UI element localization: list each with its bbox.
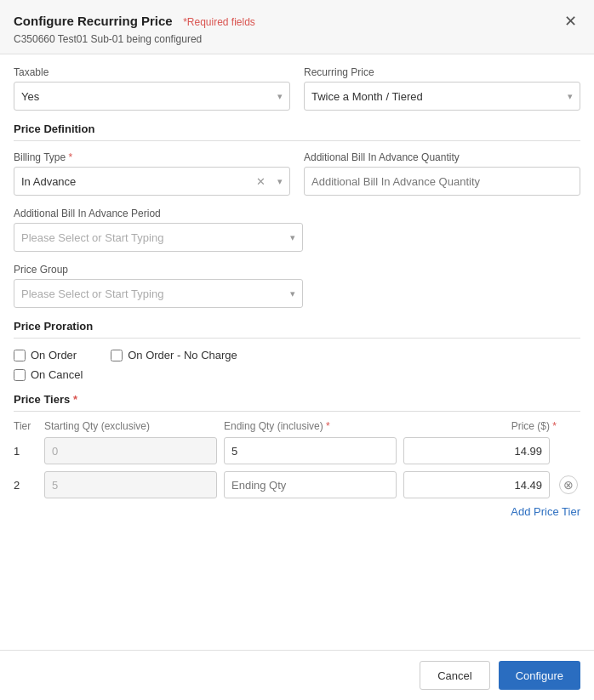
- tier-2-price-input[interactable]: [403, 471, 550, 498]
- close-button[interactable]: ✕: [561, 12, 580, 31]
- modal-body: Taxable Yes ▾ Recurring Price Twice a Mo…: [0, 54, 594, 650]
- billing-type-label: Billing Type *: [14, 151, 290, 163]
- price-tiers-header: Price Tiers *: [14, 393, 580, 412]
- price-group-field: Price Group Please Select or Start Typin…: [14, 264, 580, 308]
- taxable-select[interactable]: Yes ▾: [14, 82, 290, 111]
- taxable-recurring-row: Taxable Yes ▾ Recurring Price Twice a Mo…: [14, 66, 580, 111]
- price-group-chevron-icon: ▾: [290, 288, 295, 299]
- add-tier-row: Add Price Tier: [14, 505, 580, 518]
- price-proration-header: Price Proration: [14, 320, 580, 339]
- billing-type-required: *: [69, 151, 73, 163]
- taxable-field: Taxable Yes ▾: [14, 66, 290, 111]
- price-group-label: Price Group: [14, 264, 580, 276]
- price-group-select-wrapper[interactable]: Please Select or Start Typing ▾: [14, 279, 303, 308]
- additional-bill-period-label: Additional Bill In Advance Period: [14, 208, 580, 219]
- price-tiers-required: *: [73, 393, 77, 406]
- add-price-tier-button[interactable]: Add Price Tier: [511, 505, 580, 518]
- tier-2-end-wrapper: [224, 471, 397, 498]
- taxable-value: Yes: [21, 90, 39, 103]
- modal-header: Configure Recurring Price *Required fiel…: [0, 0, 594, 54]
- required-fields-label: *Required fields: [183, 16, 255, 28]
- taxable-select-wrapper[interactable]: Yes ▾: [14, 82, 290, 111]
- tier-1-end-wrapper: [224, 437, 397, 464]
- tiers-column-headers: Tier Starting Qty (exclusive) Ending Qty…: [14, 420, 580, 432]
- price-tiers-section: Price Tiers * Tier Starting Qty (exclusi…: [14, 393, 580, 518]
- tier-2-num: 2: [14, 479, 44, 492]
- taxable-label: Taxable: [14, 66, 290, 78]
- tier-2-start-wrapper: [44, 471, 217, 498]
- billing-type-clear-button[interactable]: ✕: [256, 175, 266, 188]
- additional-bill-period-placeholder: Please Select or Start Typing: [21, 231, 163, 244]
- additional-bill-period-select-wrapper[interactable]: Please Select or Start Typing ▾: [14, 223, 303, 252]
- proration-row-1: On Order On Order - No Charge: [14, 349, 580, 361]
- billing-type-select[interactable]: In Advance ✕ ▾: [14, 167, 290, 196]
- additional-bill-advance-qty-input[interactable]: [304, 167, 580, 196]
- on-order-no-charge-label: On Order - No Charge: [128, 349, 237, 361]
- configure-recurring-price-modal: Configure Recurring Price *Required fiel…: [0, 0, 594, 700]
- on-order-label: On Order: [31, 349, 77, 361]
- additional-bill-advance-qty-label: Additional Bill In Advance Quantity: [304, 151, 580, 163]
- tier-1-num: 1: [14, 445, 44, 458]
- configure-button[interactable]: Configure: [499, 661, 580, 690]
- modal-subtitle: C350660 Test01 Sub-01 being configured: [14, 33, 580, 45]
- tier-2-price-wrapper: [403, 471, 550, 498]
- billing-type-row: Billing Type * In Advance ✕ ▾ Additional…: [14, 151, 580, 196]
- tier-2-end-input[interactable]: [224, 471, 397, 498]
- on-order-checkbox[interactable]: [14, 350, 26, 361]
- price-definition-header: Price Definition: [14, 122, 580, 141]
- additional-bill-period-chevron-icon: ▾: [290, 232, 295, 243]
- tier-1-start-input: [44, 437, 217, 464]
- additional-bill-period-select[interactable]: Please Select or Start Typing ▾: [14, 223, 303, 252]
- on-cancel-checkbox[interactable]: [14, 369, 26, 381]
- recurring-price-select[interactable]: Twice a Month / Tiered ▾: [304, 82, 580, 111]
- table-row: 1: [14, 437, 580, 464]
- recurring-price-field: Recurring Price Twice a Month / Tiered ▾: [304, 66, 580, 111]
- proration-section: On Order On Order - No Charge On Cancel: [14, 349, 580, 381]
- col-header-start: Starting Qty (exclusive): [44, 420, 224, 432]
- table-row: 2 ⊗: [14, 471, 580, 498]
- on-order-no-charge-checkbox-item[interactable]: On Order - No Charge: [111, 349, 237, 361]
- tier-2-action: ⊗: [557, 475, 580, 494]
- proration-row-2: On Cancel: [14, 368, 580, 381]
- modal-title-row: Configure Recurring Price *Required fiel…: [14, 14, 255, 29]
- recurring-price-value: Twice a Month / Tiered: [311, 90, 423, 103]
- on-cancel-label: On Cancel: [31, 368, 83, 381]
- modal-title: Configure Recurring Price: [14, 14, 173, 28]
- on-order-checkbox-item[interactable]: On Order: [14, 349, 77, 361]
- billing-type-field: Billing Type * In Advance ✕ ▾: [14, 151, 290, 196]
- price-group-placeholder: Please Select or Start Typing: [21, 287, 163, 300]
- remove-tier-2-icon: ⊗: [563, 479, 574, 491]
- billing-type-chevron-icon: ▾: [277, 176, 283, 187]
- cancel-button[interactable]: Cancel: [420, 661, 489, 690]
- billing-type-value: In Advance: [21, 175, 76, 188]
- additional-bill-advance-qty-field: Additional Bill In Advance Quantity: [304, 151, 580, 196]
- tier-1-start-wrapper: [44, 437, 217, 464]
- tier-1-end-input[interactable]: [224, 437, 397, 464]
- on-cancel-checkbox-item[interactable]: On Cancel: [14, 368, 83, 381]
- recurring-price-select-wrapper[interactable]: Twice a Month / Tiered ▾: [304, 82, 580, 111]
- tier-1-price-wrapper: [403, 437, 550, 464]
- remove-tier-2-button[interactable]: ⊗: [559, 475, 578, 494]
- billing-type-select-wrapper[interactable]: In Advance ✕ ▾: [14, 167, 290, 196]
- recurring-price-label: Recurring Price: [304, 66, 580, 78]
- col-header-price: Price ($) *: [403, 420, 557, 432]
- tier-2-start-input: [44, 471, 217, 498]
- tier-1-price-input[interactable]: [403, 437, 550, 464]
- col-header-end: Ending Qty (inclusive) *: [224, 420, 403, 432]
- modal-footer: Cancel Configure: [0, 650, 594, 700]
- col-header-tier: Tier: [14, 420, 44, 432]
- additional-bill-period-field: Additional Bill In Advance Period Please…: [14, 208, 580, 252]
- taxable-chevron-icon: ▾: [277, 91, 283, 102]
- price-group-select[interactable]: Please Select or Start Typing ▾: [14, 279, 303, 308]
- recurring-price-chevron-icon: ▾: [568, 91, 573, 102]
- on-order-no-charge-checkbox[interactable]: [111, 350, 123, 361]
